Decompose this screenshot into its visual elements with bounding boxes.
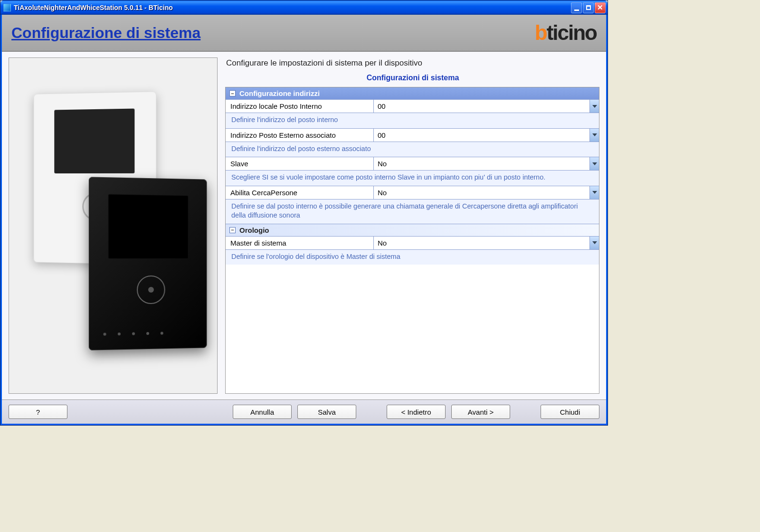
cancel-button[interactable]: Annulla bbox=[233, 405, 292, 419]
device-image-panel bbox=[9, 57, 218, 394]
row-external-address: Indirizzo Posto Esterno associato 00 bbox=[226, 128, 599, 142]
footer-bar: ? Annulla Salva < Indietro Avanti > Chiu… bbox=[2, 399, 606, 424]
close-button[interactable]: Chiudi bbox=[541, 405, 599, 419]
titlebar[interactable]: TiAxoluteNighterAndWhiceStation 5.0.11 -… bbox=[0, 0, 608, 15]
row-hint: Definire se dal posto interno è possibil… bbox=[226, 199, 599, 224]
local-address-select[interactable]: 00 bbox=[374, 100, 589, 113]
row-label: Indirizzo locale Posto Interno bbox=[226, 100, 374, 113]
group-header-clock[interactable]: − Orologio bbox=[226, 224, 599, 236]
next-button[interactable]: Avanti > bbox=[451, 405, 510, 419]
logo-part-b: b bbox=[535, 21, 547, 45]
chevron-down-icon[interactable] bbox=[589, 186, 599, 199]
brand-logo: b ticino bbox=[535, 21, 597, 45]
app-icon bbox=[3, 4, 11, 11]
row-hint: Definire se l'orologio del dispositivo è… bbox=[226, 249, 599, 265]
form-section-label: Configurazioni di sistema bbox=[226, 71, 599, 87]
master-select[interactable]: No bbox=[374, 237, 589, 249]
row-label: Slave bbox=[226, 157, 374, 170]
minimize-button[interactable] bbox=[571, 2, 582, 13]
back-button[interactable]: < Indietro bbox=[387, 405, 446, 419]
group-title: Configurazione indirizzi bbox=[239, 89, 320, 97]
row-label: Abilita CercaPersone bbox=[226, 186, 374, 199]
client-area: Configurazione di sistema b ticino Confi… bbox=[0, 15, 608, 425]
row-label: Master di sistema bbox=[226, 237, 374, 249]
chevron-down-icon[interactable] bbox=[589, 100, 599, 113]
property-grid: − Configurazione indirizzi Indirizzo loc… bbox=[225, 87, 599, 394]
collapse-icon[interactable]: − bbox=[229, 90, 236, 96]
header-band: Configurazione di sistema b ticino bbox=[2, 15, 606, 52]
external-address-select[interactable]: 00 bbox=[374, 129, 589, 142]
group-title: Orologio bbox=[239, 226, 269, 234]
group-header-addresses[interactable]: − Configurazione indirizzi bbox=[226, 87, 599, 99]
page-title: Configurazione di sistema bbox=[11, 24, 200, 42]
row-label: Indirizzo Posto Esterno associato bbox=[226, 129, 374, 142]
row-hint: Scegliere SI se si vuole impostare come … bbox=[226, 170, 599, 186]
collapse-icon[interactable]: − bbox=[229, 227, 236, 233]
slave-select[interactable]: No bbox=[374, 157, 589, 170]
chevron-down-icon[interactable] bbox=[589, 157, 599, 170]
row-slave: Slave No bbox=[226, 157, 599, 170]
device-illustration bbox=[23, 93, 203, 359]
maximize-button[interactable] bbox=[583, 2, 594, 13]
close-window-button[interactable]: ✕ bbox=[595, 2, 606, 13]
chevron-down-icon[interactable] bbox=[589, 129, 599, 142]
row-master: Master di sistema No bbox=[226, 236, 599, 249]
row-local-address: Indirizzo locale Posto Interno 00 bbox=[226, 99, 599, 113]
help-button[interactable]: ? bbox=[9, 405, 67, 419]
paging-select[interactable]: No bbox=[374, 186, 589, 199]
row-hint: Definire l'indirizzo del posto interno bbox=[226, 113, 599, 128]
content-area: Configurare le impostazioni di sistema p… bbox=[2, 52, 606, 399]
logo-part-rest: ticino bbox=[547, 21, 597, 45]
app-window: TiAxoluteNighterAndWhiceStation 5.0.11 -… bbox=[0, 0, 608, 426]
form-subtitle: Configurare le impostazioni di sistema p… bbox=[226, 57, 599, 71]
row-paging: Abilita CercaPersone No bbox=[226, 186, 599, 199]
window-title: TiAxoluteNighterAndWhiceStation 5.0.11 -… bbox=[14, 4, 570, 11]
save-button[interactable]: Salva bbox=[297, 405, 356, 419]
chevron-down-icon[interactable] bbox=[589, 237, 599, 249]
row-hint: Definire l'indirizzo del posto esterno a… bbox=[226, 142, 599, 157]
